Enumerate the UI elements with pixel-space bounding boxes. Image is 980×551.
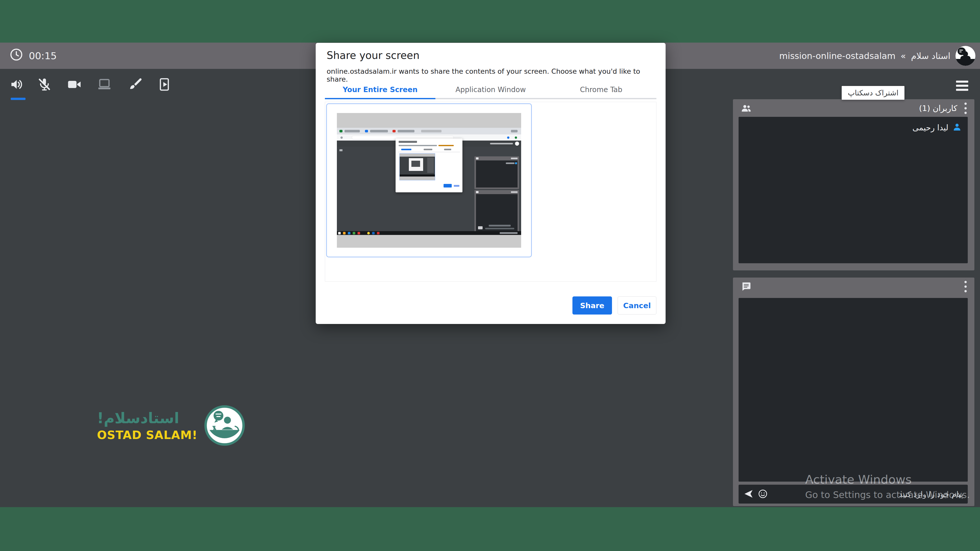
play-video-icon [156,76,172,93]
user-list-item[interactable]: لیدا رحیمی [738,117,968,138]
tab-chrome-tab[interactable]: Chrome Tab [546,81,656,98]
external-video-button[interactable] [154,76,175,98]
tab-application-window[interactable]: Application Window [435,81,546,98]
dialog-title: Share your screen [327,49,420,61]
entire-screen-preview-tile[interactable] [326,103,532,257]
cancel-button[interactable]: Cancel [617,297,656,314]
chat-icon [741,281,752,292]
share-screen-dialog: Share your screen online.ostadsalam.ir w… [316,43,666,324]
clock-icon [10,48,23,64]
screen-preview-image [337,113,521,248]
volume-icon [10,76,25,93]
session-timer: 00:15 [10,43,57,69]
send-icon [743,496,754,500]
chat-input-bar [738,485,968,503]
active-tab-underline [325,98,435,99]
paintbrush-icon [126,76,142,93]
webcam-icon [66,76,82,93]
user-avatar-icon [952,122,962,133]
share-screen-button[interactable] [94,76,115,98]
timer-value: 00:15 [29,50,57,62]
chat-options-button[interactable] [963,279,969,294]
ostad-salam-logo: استادسلام! OSTAD SALAM! [97,405,245,446]
message-input[interactable] [772,490,963,499]
meeting-avatar [956,46,975,66]
volume-button[interactable] [7,76,27,98]
dialog-tabs: Your Entire Screen Application Window Ch… [325,81,656,98]
users-options-button[interactable] [963,100,969,116]
logo-persian-text: استادسلام! [97,410,179,427]
webcam-button[interactable] [64,76,84,98]
options-menu-button[interactable] [956,79,969,92]
users-icon [741,103,752,114]
dialog-content [325,102,656,282]
annotate-button[interactable] [124,76,145,98]
users-panel-title: کاربران (1) [919,103,957,113]
share-desktop-tooltip: اشتراک دسکتاپ [842,86,904,100]
dialog-actions: Share Cancel [573,297,656,314]
tab-entire-screen[interactable]: Your Entire Screen [325,81,435,98]
conference-app-screen: استادسلام! OSTAD SALAM! [0,0,980,551]
teacher-logo-icon [204,405,245,446]
users-panel-header: کاربران (1) [733,99,974,117]
meeting-name-latin: mission-online-ostadsalam [779,51,896,61]
chat-panel [733,278,974,506]
logo-latin-text: OSTAD SALAM! [97,428,197,442]
dialog-subtitle: online.ostadsalam.ir wants to share the … [327,67,659,83]
microphone-muted-icon [37,76,52,93]
screen-share-icon [97,76,112,93]
share-button[interactable]: Share [573,297,612,314]
meeting-info: mission-online-ostadsalam « استاد سلام [779,43,975,69]
emoji-button[interactable] [757,489,768,500]
mute-microphone-button[interactable] [34,76,55,98]
meeting-name-persian: استاد سلام [911,51,950,61]
chat-messages [738,298,968,482]
users-panel: کاربران (1) لیدا رحیمی [733,99,974,270]
chat-panel-header [733,278,974,295]
tab-underline-track [325,98,656,99]
users-list: لیدا رحیمی [738,117,968,263]
meeting-name-separator: « [900,51,906,61]
active-tool-indicator [11,98,25,100]
user-name: لیدا رحیمی [912,123,948,132]
hamburger-icon [956,81,969,91]
emoji-icon [757,496,768,500]
send-message-button[interactable] [743,489,754,500]
